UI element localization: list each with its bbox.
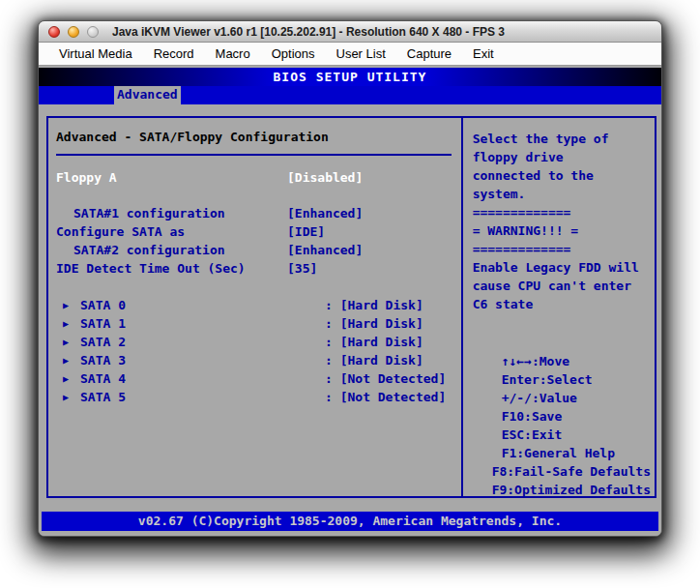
help-line: =============: [473, 240, 651, 258]
drive-value: : [Not Detected]: [325, 388, 446, 406]
page-title: Advanced - SATA/Floppy Configuration: [48, 118, 461, 148]
drive-row[interactable]: ▶ SATA 1 : [Hard Disk]: [48, 314, 461, 333]
help-line: cause CPU can't enter: [473, 277, 651, 295]
setting-label: SATA#1 configuration: [73, 204, 225, 222]
submenu-arrow-icon: ▶: [63, 388, 69, 406]
submenu-arrow-icon: ▶: [63, 351, 69, 369]
menu-item[interactable]: User List: [326, 46, 396, 61]
drive-label: SATA 2: [80, 333, 126, 351]
key-hint: F8:Fail-Safe Defaults: [473, 462, 651, 481]
bios-header: BIOS SETUP UTILITY: [39, 68, 661, 86]
key-hint: F9:Optimized Defaults: [473, 481, 651, 499]
menu-item[interactable]: Record: [143, 46, 205, 61]
ikvm-viewer-window: Java iKVM Viewer v1.60 r1 [10.25.202.91]…: [38, 20, 662, 537]
setting-row[interactable]: IDE Detect Time Out (Sec) [35]: [48, 259, 461, 278]
key-hint: F10:Save: [473, 407, 651, 426]
setting-row[interactable]: Floppy A [Disabled]: [48, 168, 461, 187]
drive-row[interactable]: ▶ SATA 3 : [Hard Disk]: [48, 351, 461, 369]
key-hint: +/-/:Value: [473, 389, 651, 407]
tab-advanced[interactable]: Advanced: [114, 86, 181, 104]
key-hint: ESC:Exit: [473, 426, 651, 444]
drive-list: ▶ SATA 0 : [Hard Disk] ▶ SATA 1 : [Hard …: [48, 296, 461, 406]
menu-item[interactable]: Options: [261, 46, 326, 61]
desktop: Java iKVM Viewer v1.60 r1 [10.25.202.91]…: [0, 0, 700, 588]
drive-label: SATA 4: [80, 369, 126, 388]
setting-row[interactable]: SATA#2 configuration [Enhanced]: [48, 241, 461, 259]
help-line: C6 state: [473, 295, 651, 313]
key-hint: Enter:Select: [473, 370, 651, 389]
submenu-arrow-icon: ▶: [63, 369, 69, 388]
key-hint: F1:General Help: [473, 444, 651, 462]
setting-value[interactable]: [35]: [287, 259, 317, 278]
setting-value[interactable]: [Disabled]: [287, 168, 363, 187]
settings-pane: Advanced - SATA/Floppy Configuration Flo…: [48, 118, 461, 496]
setting-label: Floppy A: [56, 168, 117, 187]
drive-row[interactable]: ▶ SATA 2 : [Hard Disk]: [48, 333, 461, 351]
help-line: connected to the: [473, 166, 651, 185]
window-titlebar[interactable]: Java iKVM Viewer v1.60 r1 [10.25.202.91]…: [39, 21, 661, 43]
drive-label: SATA 0: [80, 296, 126, 314]
bios-footer: v02.67 (C)Copyright 1985-2009, American …: [42, 512, 658, 531]
help-line: Enable Legacy FDD will: [473, 258, 651, 277]
key-hints: ↑↓←→:MoveEnter:Select+/-/:ValueF10:SaveE…: [473, 352, 651, 499]
setting-row[interactable]: SATA#1 configuration [Enhanced]: [48, 204, 461, 222]
help-text: Select the type offloppy driveconnected …: [473, 130, 651, 313]
submenu-arrow-icon: ▶: [63, 333, 69, 351]
help-line: Select the type of: [473, 130, 651, 148]
kvm-display[interactable]: BIOS SETUP UTILITY Advanced Advanced - S…: [39, 66, 661, 536]
bios-header-title: BIOS SETUP UTILITY: [274, 70, 427, 84]
help-line: floppy drive: [473, 148, 651, 166]
menu-item[interactable]: Virtual Media: [48, 46, 143, 61]
drive-label: SATA 5: [80, 388, 126, 406]
setting-row[interactable]: Configure SATA as [IDE]: [48, 222, 461, 241]
setting-value[interactable]: [IDE]: [287, 222, 325, 241]
bios-tab-bar: Advanced: [39, 86, 661, 104]
menu-item[interactable]: Exit: [462, 46, 505, 61]
settings-list: Floppy A [Disabled] SATA#1 configuration…: [48, 168, 461, 278]
drive-value: : [Hard Disk]: [325, 314, 423, 333]
close-icon[interactable]: [48, 26, 60, 38]
help-pane: Select the type offloppy driveconnected …: [461, 118, 655, 496]
drive-row[interactable]: ▶ SATA 4 : [Not Detected]: [48, 369, 461, 388]
setting-label: SATA#2 configuration: [73, 241, 225, 259]
drive-label: SATA 3: [80, 351, 126, 369]
help-line: system.: [473, 185, 651, 203]
drive-value: : [Hard Disk]: [325, 333, 423, 351]
window-title: Java iKVM Viewer v1.60 r1 [10.25.202.91]…: [112, 25, 505, 39]
help-line: =============: [473, 203, 651, 221]
window-controls: [48, 26, 99, 38]
minimize-icon[interactable]: [68, 26, 79, 38]
menu-item[interactable]: Macro: [205, 46, 261, 61]
menu-item[interactable]: Capture: [396, 46, 462, 61]
bios-panel: Advanced - SATA/Floppy Configuration Flo…: [46, 116, 656, 498]
drive-value: : [Hard Disk]: [325, 351, 423, 369]
heading-divider: [56, 154, 452, 156]
submenu-arrow-icon: ▶: [63, 314, 69, 333]
setting-value[interactable]: [Enhanced]: [287, 204, 363, 222]
help-line: = WARNING!!! =: [473, 221, 651, 240]
drive-row[interactable]: ▶ SATA 5 : [Not Detected]: [48, 388, 461, 406]
key-hint: ↑↓←→:Move: [473, 352, 651, 370]
drive-value: : [Hard Disk]: [325, 296, 423, 314]
setting-label: IDE Detect Time Out (Sec): [56, 259, 246, 278]
drive-value: : [Not Detected]: [325, 369, 446, 388]
drive-label: SATA 1: [80, 314, 126, 333]
submenu-arrow-icon: ▶: [63, 296, 69, 314]
drive-row[interactable]: ▶ SATA 0 : [Hard Disk]: [48, 296, 461, 314]
menu-bar: Virtual MediaRecordMacroOptionsUser List…: [39, 43, 661, 66]
setting-label: Configure SATA as: [56, 222, 185, 241]
zoom-icon[interactable]: [87, 26, 99, 38]
setting-value[interactable]: [Enhanced]: [287, 241, 363, 259]
